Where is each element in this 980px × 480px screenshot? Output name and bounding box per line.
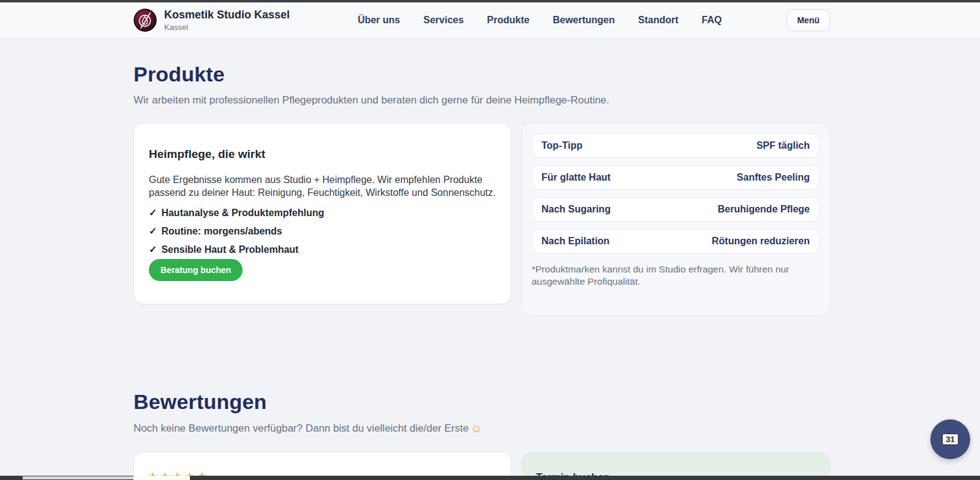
tip-value: Beruhigende Pflege <box>718 204 810 215</box>
check-icon: ✓ <box>149 244 157 255</box>
checklist-item-label: Sensible Haut & Problemhaut <box>161 244 298 255</box>
bottom-edge-gap <box>134 476 190 480</box>
booking-fab-button[interactable]: 31 <box>930 419 970 459</box>
bewertungen-title: Bewertungen <box>134 390 830 414</box>
horizontal-scrollbar-thumb[interactable] <box>23 476 134 479</box>
heimpflege-checklist: ✓Hautanalyse & Produktempfehlung ✓Routin… <box>149 207 496 256</box>
window-top-edge <box>0 0 980 2</box>
calendar-icon: 31 <box>942 433 959 445</box>
window-bottom-edge <box>0 476 980 480</box>
tip-value: Rötungen reduzieren <box>712 236 810 247</box>
tip-label: Nach Sugaring <box>541 204 611 215</box>
nav-produkte[interactable]: Produkte <box>487 15 529 26</box>
tip-row: Nach Sugaring Beruhigende Pflege <box>532 197 820 222</box>
brand[interactable]: Kosmetik Studio Kassel Kassel <box>134 9 290 32</box>
tip-value: SPF täglich <box>756 140 810 151</box>
nav-faq[interactable]: FAQ <box>702 15 722 26</box>
tip-row: Top-Tipp SPF täglich <box>532 133 820 158</box>
tip-label: Top-Tipp <box>541 140 582 151</box>
tips-note: *Produktmarken kannst du im Studio erfra… <box>532 263 820 288</box>
studio-logo-icon <box>134 9 157 32</box>
nav-ueber-uns[interactable]: Über uns <box>358 15 400 26</box>
checklist-item-label: Hautanalyse & Produktempfehlung <box>161 208 324 218</box>
checklist-item: ✓Hautanalyse & Produktempfehlung <box>149 207 496 220</box>
brand-subtitle: Kassel <box>164 23 290 32</box>
checklist-item: ✓Sensible Haut & Problemhaut <box>149 244 496 257</box>
produkte-subtitle: Wir arbeiten mit professionellen Pflegep… <box>134 94 830 107</box>
heimpflege-card-body: Gute Ergebnisse kommen aus Studio + Heim… <box>149 173 496 199</box>
check-icon: ✓ <box>149 226 157 236</box>
nav-bewertungen[interactable]: Bewertungen <box>552 15 614 26</box>
nav-services[interactable]: Services <box>423 15 464 26</box>
menu-button[interactable]: Menü <box>786 9 830 31</box>
checklist-item: ✓Routine: morgens/abends <box>149 225 496 238</box>
produkte-section: Produkte Wir arbeiten mit professionelle… <box>134 62 830 315</box>
heimpflege-card-title: Heimpflege, die wirkt <box>149 148 496 161</box>
site-header: Kosmetik Studio Kassel Kassel Über uns S… <box>0 0 980 39</box>
bewertungen-subtitle-text: Noch keine Bewertungen verfügbar? Dann b… <box>134 422 469 434</box>
tip-row: Nach Epilation Rötungen reduzieren <box>532 229 820 253</box>
smiley-icon: ☺ <box>470 422 482 435</box>
checklist-item-label: Routine: morgens/abends <box>161 226 282 236</box>
tip-label: Für glatte Haut <box>541 172 611 183</box>
calendar-icon-day: 31 <box>946 435 954 444</box>
heimpflege-card: Heimpflege, die wirkt Gute Ergebnisse ko… <box>134 123 511 304</box>
tip-value: Sanftes Peeling <box>737 172 810 183</box>
brand-name: Kosmetik Studio Kassel <box>164 9 290 22</box>
nav-standort[interactable]: Standort <box>638 15 679 26</box>
tip-row: Für glatte Haut Sanftes Peeling <box>532 165 820 190</box>
bewertungen-section: Bewertungen Noch keine Bewertungen verfü… <box>134 390 830 480</box>
tips-card: Top-Tipp SPF täglich Für glatte Haut San… <box>521 123 830 315</box>
check-icon: ✓ <box>149 208 157 218</box>
tip-label: Nach Epilation <box>541 236 609 247</box>
beratung-buchen-button[interactable]: Beratung buchen <box>149 259 243 281</box>
bewertungen-subtitle: Noch keine Bewertungen verfügbar? Dann b… <box>134 422 830 435</box>
produkte-title: Produkte <box>134 62 830 86</box>
main-nav: Über uns Services Produkte Bewertungen S… <box>358 15 722 26</box>
